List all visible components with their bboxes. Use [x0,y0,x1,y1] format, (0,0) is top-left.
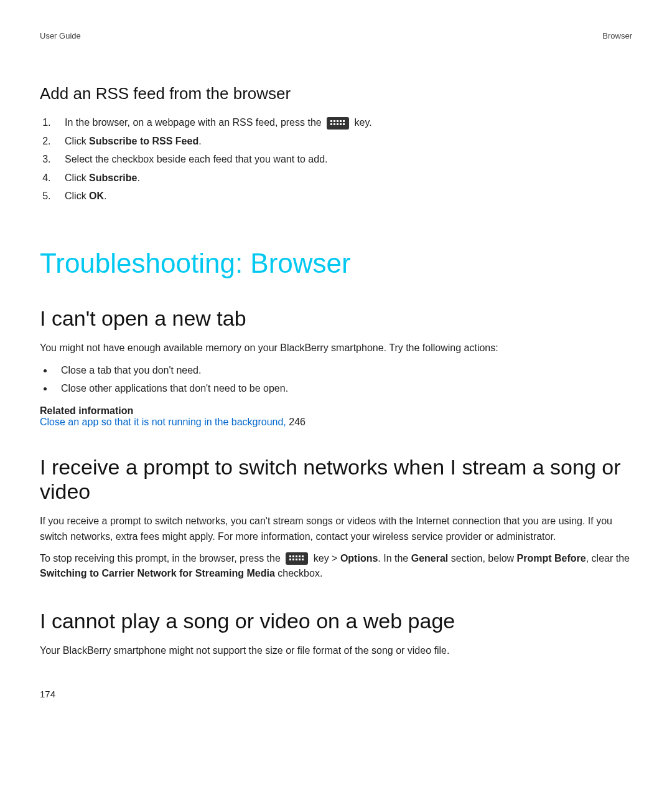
menu-key-icon [327,117,349,130]
document-page: User Guide Browser Add an RSS feed from … [0,0,672,724]
bullet-item: Close other applications that don't need… [54,380,632,397]
rss-step-1: In the browser, on a webpage with an RSS… [54,115,632,131]
p2-text: checkbox. [275,568,322,578]
rss-step-3: Select the checkbox beside each feed tha… [54,151,632,168]
p2-text: To stop receiving this prompt, in the br… [40,553,283,564]
related-link[interactable]: Close an app so that it is not running i… [40,417,286,427]
step-bold: OK [89,191,104,201]
bullet-item: Close a tab that you don't need. [54,362,632,379]
rss-steps: In the browser, on a webpage with an RSS… [40,115,632,204]
p2-bold: Prompt Before [517,553,586,564]
related-info-title: Related information [40,405,632,417]
new-tab-intro: You might not have enough available memo… [40,341,632,356]
new-tab-heading: I can't open a new tab [40,306,632,331]
header-right: Browser [602,31,632,40]
page-header: User Guide Browser [40,31,632,40]
rss-step-4: Click Subscribe. [54,170,632,186]
p2-bold: Options [340,553,378,564]
p2-text: key > [314,553,340,564]
rss-step-5: Click OK. [54,188,632,204]
page-number: 174 [40,689,632,699]
p2-bold: General [411,553,449,564]
step-text: key. [355,117,372,128]
header-left: User Guide [40,31,81,40]
p2-text: section, below [448,553,516,564]
stream-heading: I receive a prompt to switch networks wh… [40,455,632,504]
related-info-line: Close an app so that it is not running i… [40,417,632,428]
stream-p2: To stop receiving this prompt, in the br… [40,551,632,582]
troubleshooting-heading: Troubleshooting: Browser [40,248,632,279]
p2-bold: Switching to Carrier Network for Streami… [40,568,275,578]
stream-p1: If you receive a prompt to switch networ… [40,514,632,545]
related-page-ref: 246 [286,417,306,427]
step-text: . [104,191,106,201]
p2-text: , clear the [586,553,630,564]
new-tab-bullets: Close a tab that you don't need. Close o… [40,362,632,397]
play-p1: Your BlackBerry smartphone might not sup… [40,643,632,659]
step-text: Click [65,172,89,183]
step-text: . [137,172,139,183]
step-text: . [198,136,201,146]
step-text: In the browser, on a webpage with an RSS… [65,117,324,128]
step-bold: Subscribe [89,172,137,183]
step-bold: Subscribe to RSS Feed [89,136,198,146]
rss-step-2: Click Subscribe to RSS Feed. [54,133,632,149]
play-heading: I cannot play a song or video on a web p… [40,609,632,633]
step-text: Click [65,191,89,201]
rss-heading: Add an RSS feed from the browser [40,84,632,103]
p2-text: . In the [378,553,411,564]
step-text: Click [65,136,89,146]
menu-key-icon [286,552,308,565]
